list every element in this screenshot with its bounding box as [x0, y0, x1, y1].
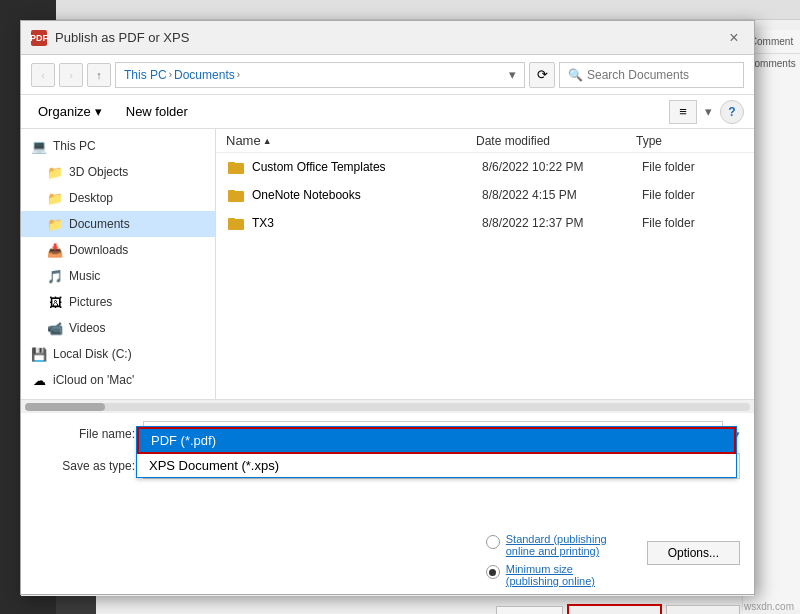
nav-label-local-disk: Local Disk (C:) [53, 347, 132, 361]
view-dropdown-arrow[interactable]: ▾ [705, 104, 712, 119]
filename-label: File name: [35, 427, 135, 441]
dropdown-item-pdf[interactable]: PDF (*.pdf) [137, 427, 736, 454]
options-btn-row: Options... [647, 541, 740, 565]
nav-item-local-disk[interactable]: 💾 Local Disk (C:) [21, 341, 215, 367]
nav-item-3d-objects[interactable]: 📁 3D Objects [21, 159, 215, 185]
folder-pictures-icon: 🖼 [47, 294, 63, 310]
action-row: ▲ Hide Folders Tools ▾ Publish Cancel [21, 595, 754, 614]
file-date-custom: 8/6/2022 10:22 PM [482, 160, 642, 174]
radio-standard-label: Standard (publishingonline and printing) [506, 533, 607, 557]
address-bar[interactable]: This PC › Documents › ▾ [115, 62, 525, 88]
radio-minimum-label: Minimum size(publishing online) [506, 563, 595, 587]
savetype-dropdown: PDF (*.pdf) XPS Document (*.xps) [136, 426, 737, 478]
file-list: Name ▲ Date modified Type Custom Office … [216, 129, 754, 399]
dialog-title: Publish as PDF or XPS [55, 30, 724, 45]
radio-standard[interactable]: Standard (publishingonline and printing) [486, 533, 607, 557]
organize-arrow: ▾ [95, 104, 102, 119]
name-col-sort: ▲ [263, 136, 272, 146]
file-toolbar: Organize ▾ New folder ≡ ▾ ? [21, 95, 754, 129]
up-button[interactable]: ↑ [87, 63, 111, 87]
horizontal-scrollbar[interactable] [21, 399, 754, 413]
file-name-onenote: OneNote Notebooks [252, 188, 482, 202]
breadcrumb-sep1: › [169, 69, 172, 80]
column-header-name[interactable]: Name ▲ [226, 133, 476, 148]
scroll-thumb[interactable] [25, 403, 105, 411]
search-icon: 🔍 [568, 68, 583, 82]
dialog-icon: PDF [31, 30, 47, 46]
file-row-custom-templates[interactable]: Custom Office Templates 8/6/2022 10:22 P… [216, 153, 754, 181]
file-date-onenote: 8/8/2022 4:15 PM [482, 188, 642, 202]
breadcrumb-this-pc[interactable]: This PC [124, 68, 167, 82]
nav-label-documents: Documents [69, 217, 130, 231]
address-dropdown-arrow[interactable]: ▾ [509, 67, 516, 82]
cancel-button[interactable]: Cancel [666, 605, 740, 614]
refresh-button[interactable]: ⟳ [529, 62, 555, 88]
search-input[interactable] [587, 68, 737, 82]
folder-desktop-icon: 📁 [47, 190, 63, 206]
nav-label-icloud: iCloud on 'Mac' [53, 373, 134, 387]
nav-item-videos[interactable]: 📹 Videos [21, 315, 215, 341]
main-content-area: 💻 This PC 📁 3D Objects 📁 Desktop 📁 Docum… [21, 129, 754, 399]
nav-label-3d-objects: 3D Objects [69, 165, 128, 179]
publish-dialog: PDF Publish as PDF or XPS × ‹ › ↑ This P… [20, 20, 755, 595]
file-type-custom: File folder [642, 160, 695, 174]
nav-item-pictures[interactable]: 🖼 Pictures [21, 289, 215, 315]
svg-rect-3 [228, 190, 235, 193]
breadcrumb-documents[interactable]: Documents [174, 68, 235, 82]
scroll-track[interactable] [25, 403, 750, 411]
file-date-tx3: 8/8/2022 12:37 PM [482, 216, 642, 230]
organize-label: Organize [38, 104, 91, 119]
file-type-onenote: File folder [642, 188, 695, 202]
name-col-label: Name [226, 133, 261, 148]
back-button[interactable]: ‹ [31, 63, 55, 87]
radio-standard-circle [486, 535, 500, 549]
column-header-date[interactable]: Date modified [476, 133, 636, 148]
pdf-label: PDF (*.pdf) [151, 433, 216, 448]
file-row-tx3[interactable]: TX3 8/8/2022 12:37 PM File folder [216, 209, 754, 237]
nav-label-desktop: Desktop [69, 191, 113, 205]
nav-label-music: Music [69, 269, 100, 283]
folder-icon-onenote [226, 188, 246, 202]
svg-rect-1 [228, 162, 235, 165]
folder-music-icon: 🎵 [47, 268, 63, 284]
dropdown-item-xps[interactable]: XPS Document (*.xps) [137, 454, 736, 477]
cloud-icon: ☁ [31, 372, 47, 388]
view-button[interactable]: ≡ [669, 100, 697, 124]
options-button[interactable]: Options... [647, 541, 740, 565]
nav-label-downloads: Downloads [69, 243, 128, 257]
nav-item-music[interactable]: 🎵 Music [21, 263, 215, 289]
folder-icon-custom [226, 160, 246, 174]
search-box[interactable]: 🔍 [559, 62, 744, 88]
nav-item-this-pc[interactable]: 💻 This PC [21, 133, 215, 159]
radio-minimum-circle [486, 565, 500, 579]
organize-button[interactable]: Organize ▾ [31, 101, 109, 122]
close-button[interactable]: × [724, 28, 744, 48]
computer-icon: 💻 [31, 138, 47, 154]
folder-icon-tx3 [226, 216, 246, 230]
file-type-tx3: File folder [642, 216, 695, 230]
folder-downloads-icon: 📥 [47, 242, 63, 258]
tools-button[interactable]: Tools ▾ [496, 606, 563, 614]
file-list-header: Name ▲ Date modified Type [216, 129, 754, 153]
disk-icon: 💾 [31, 346, 47, 362]
file-row-onenote[interactable]: OneNote Notebooks 8/8/2022 4:15 PM File … [216, 181, 754, 209]
column-header-type[interactable]: Type [636, 133, 736, 148]
help-button[interactable]: ? [720, 100, 744, 124]
nav-item-downloads[interactable]: 📥 Downloads [21, 237, 215, 263]
nav-item-documents[interactable]: 📁 Documents [21, 211, 215, 237]
new-folder-button[interactable]: New folder [117, 101, 197, 122]
forward-button[interactable]: › [59, 63, 83, 87]
navigation-bar: ‹ › ↑ This PC › Documents › ▾ ⟳ 🔍 [21, 55, 754, 95]
nav-item-desktop[interactable]: 📁 Desktop [21, 185, 215, 211]
breadcrumb: This PC › Documents › [124, 68, 505, 82]
radio-minimum[interactable]: Minimum size(publishing online) [486, 563, 607, 587]
nav-label-pictures: Pictures [69, 295, 112, 309]
nav-label-videos: Videos [69, 321, 105, 335]
nav-item-icloud[interactable]: ☁ iCloud on 'Mac' [21, 367, 215, 393]
dialog-title-bar: PDF Publish as PDF or XPS × [21, 21, 754, 55]
publish-button[interactable]: Publish [567, 604, 662, 614]
xps-label: XPS Document (*.xps) [149, 458, 279, 473]
svg-rect-5 [228, 218, 235, 221]
navigation-pane: 💻 This PC 📁 3D Objects 📁 Desktop 📁 Docum… [21, 129, 216, 399]
savetype-label: Save as type: [35, 459, 135, 473]
